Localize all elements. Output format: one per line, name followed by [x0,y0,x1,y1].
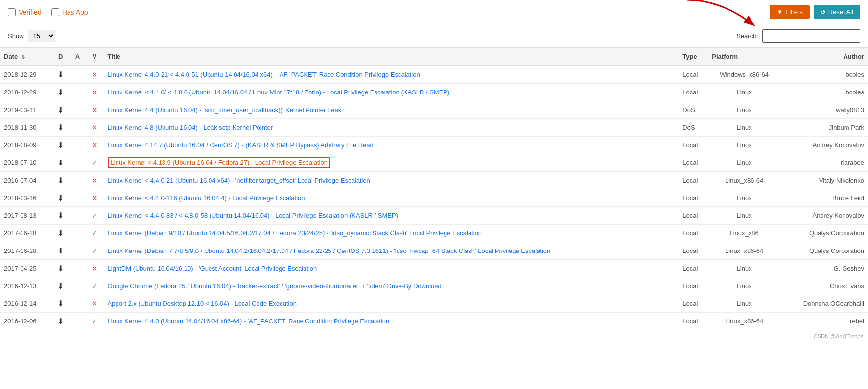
cell-download[interactable]: ⬇ [51,154,70,172]
cell-a [70,154,85,172]
download-icon[interactable]: ⬇ [57,247,64,255]
cell-a [70,225,85,242]
cell-platform: Windows_x86-64 [708,66,780,84]
download-icon[interactable]: ⬇ [57,70,64,79]
filters-button[interactable]: ▼ Filters [770,5,809,19]
col-platform: Platform [708,48,780,66]
cell-download[interactable]: ⬇ [51,277,70,295]
table-row: 2018-12-29⬇✕Linux Kernel < 4.4.0/ < 4.8.… [0,84,868,101]
filters-label: Filters [785,8,802,16]
show-select[interactable]: 10 15 25 50 100 [28,30,55,42]
cell-platform: Linux [708,207,780,225]
search-input[interactable]: 16.04 [762,29,860,43]
download-icon[interactable]: ⬇ [57,229,64,237]
title-link[interactable]: LightDM (Ubuntu 16.04/16.10) - 'Guest Ac… [108,265,317,272]
cell-type: Local [679,207,708,225]
table-row: 2016-07-04⬇✕Linux Kernel < 4.4.0-21 (Ubu… [0,172,868,189]
title-link[interactable]: Linux Kernel (Debian 9/10 / Ubuntu 14.04… [108,229,482,237]
table-row: 2017-08-13⬇✓Linux Kernel < 4.4.0-83 / < … [0,207,868,225]
download-icon[interactable]: ⬇ [57,317,64,325]
cell-date: 2018-12-29 [0,84,51,101]
cell-author: Andrey Konovalov [780,137,868,154]
cell-a [70,137,85,154]
cell-download[interactable]: ⬇ [51,172,70,189]
title-link[interactable]: Linux Kernel 4.4.0-21 < 4.4.0-51 (Ubuntu… [108,71,420,78]
title-link[interactable]: Linux Kernel 4.4.0 (Ubuntu 14.04/16.04 x… [108,318,390,325]
title-link-highlighted[interactable]: Linux Kernel < 4.13.9 (Ubuntu 16.04 / Fe… [108,157,330,168]
download-icon[interactable]: ⬇ [57,282,64,290]
verified-label: Verified [19,8,42,16]
title-link[interactable]: Linux Kernel < 4.4.0-83 / < 4.8.0-58 (Ub… [108,212,398,219]
download-icon[interactable]: ⬇ [57,159,64,167]
cell-type: Local [679,84,708,101]
table-header-row: Date ⇅ D A V Title Type Platform Author [0,48,868,66]
download-icon[interactable]: ⬇ [57,299,64,308]
cell-download[interactable]: ⬇ [51,101,70,119]
download-icon[interactable]: ⬇ [57,211,64,220]
cell-download[interactable]: ⬇ [51,295,70,313]
download-icon[interactable]: ⬇ [57,194,64,202]
cell-download[interactable]: ⬇ [51,313,70,330]
cell-platform: Linux [708,295,780,313]
cell-type: DoS [679,119,708,137]
table-row: 2018-07-10⬇✓Linux Kernel < 4.13.9 (Ubunt… [0,154,868,172]
cell-download[interactable]: ⬇ [51,260,70,277]
title-link[interactable]: Linux Kernel 4.8 (Ubuntu 16.04) - Leak s… [108,124,273,131]
verified-checkbox[interactable] [8,8,16,16]
download-icon[interactable]: ⬇ [57,141,64,149]
download-icon[interactable]: ⬇ [57,123,64,132]
title-link[interactable]: Linux Kernel < 4.4.0/ < 4.8.0 (Ubuntu 14… [108,89,450,96]
title-link[interactable]: Google Chrome (Fedora 25 / Ubuntu 16.04)… [108,282,442,290]
cell-a [70,295,85,313]
cell-date: 2018-11-30 [0,119,51,137]
cell-download[interactable]: ⬇ [51,66,70,84]
check-icon: ✓ [92,211,98,220]
check-icon: ✓ [92,247,98,255]
cell-verified: ✕ [86,101,104,119]
controls-bar: Show 10 15 25 50 100 Search: 16.04 [0,24,868,48]
cell-a [70,313,85,330]
cross-icon: ✕ [92,70,98,79]
cell-verified: ✕ [86,172,104,189]
cell-download[interactable]: ⬇ [51,207,70,225]
cell-a [70,101,85,119]
cell-download[interactable]: ⬇ [51,225,70,242]
has-app-checkbox-label[interactable]: Has App [51,8,88,16]
col-date[interactable]: Date ⇅ [0,48,51,66]
cell-title: Linux Kernel 4.4 (Ubuntu 16.04) - 'snd_t… [104,101,679,119]
cell-a [70,84,85,101]
download-icon[interactable]: ⬇ [57,88,64,96]
cell-author: Donncha OCearbhaill [780,295,868,313]
cell-title: Linux Kernel < 4.4.0-21 (Ubuntu 16.04 x6… [104,172,679,189]
cell-verified: ✓ [86,242,104,260]
cell-date: 2017-04-25 [0,260,51,277]
cell-platform: Linux_x86-64 [708,172,780,189]
title-link[interactable]: Apport 2.x (Ubuntu Desktop 12.10 < 16.04… [108,300,297,307]
download-icon[interactable]: ⬇ [57,176,64,184]
title-link[interactable]: Linux Kernel 4.4 (Ubuntu 16.04) - 'snd_t… [108,106,342,114]
top-right-buttons: ▼ Filters ↺ Reset All [770,5,860,19]
cell-verified: ✓ [86,277,104,295]
cross-icon: ✕ [92,176,98,184]
cross-icon: ✕ [92,141,98,149]
cell-download[interactable]: ⬇ [51,242,70,260]
cell-download[interactable]: ⬇ [51,137,70,154]
cell-type: Local [679,225,708,242]
cell-download[interactable]: ⬇ [51,189,70,207]
verified-checkbox-label[interactable]: Verified [8,8,42,16]
cell-date: 2018-08-09 [0,137,51,154]
has-app-checkbox[interactable] [51,8,59,16]
reset-button[interactable]: ↺ Reset All [814,5,860,19]
cell-title: Linux Kernel < 4.13.9 (Ubuntu 16.04 / Fe… [104,154,679,172]
date-sort-icon: ⇅ [21,54,25,60]
title-link[interactable]: Linux Kernel (Debian 7.7/8.5/9.0 / Ubunt… [108,247,551,254]
cell-download[interactable]: ⬇ [51,84,70,101]
download-icon[interactable]: ⬇ [57,106,64,114]
cell-download[interactable]: ⬇ [51,119,70,137]
download-icon[interactable]: ⬇ [57,264,64,273]
title-link[interactable]: Linux Kernel < 4.4.0-21 (Ubuntu 16.04 x6… [108,177,370,184]
cell-verified: ✓ [86,154,104,172]
title-link[interactable]: Linux Kernel < 4.4.0-116 (Ubuntu 16.04.4… [108,194,305,202]
title-link[interactable]: Linux Kernel 4.14.7 (Ubuntu 16.04 / Cent… [108,141,374,149]
cross-icon: ✕ [92,264,98,273]
